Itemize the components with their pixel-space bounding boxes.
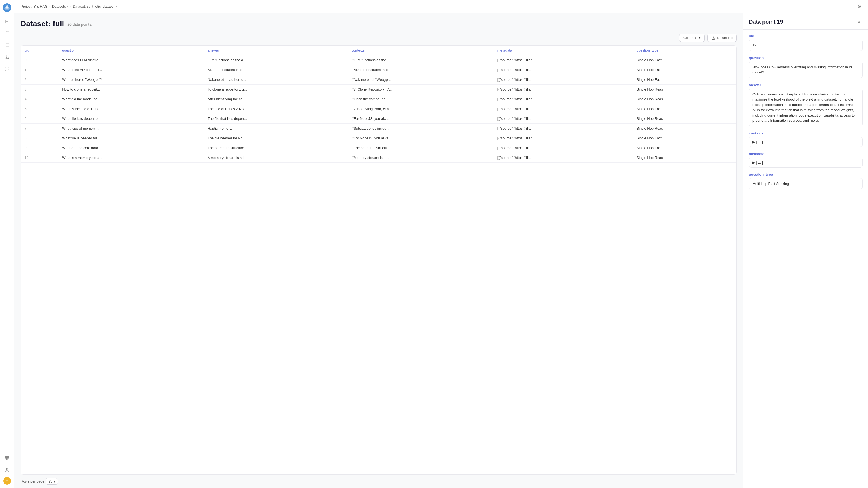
list-icon[interactable] xyxy=(2,40,12,50)
cell-contexts: ["\"Joon Sung Park, et a... xyxy=(348,104,494,114)
cell-uid: 7 xyxy=(21,124,58,133)
uid-label: uid xyxy=(749,34,863,38)
cell-question: What is a memory strea... xyxy=(58,153,204,163)
question-type-field: question_type Multi Hop Fact Seeking xyxy=(749,172,863,190)
cell-answer: The title of Park's 2023... xyxy=(204,104,348,114)
cell-metadata: [{"source":"https://lilian... xyxy=(494,85,633,94)
columns-button[interactable]: Columns ▾ xyxy=(679,34,705,42)
table-row[interactable]: 3How to clone a reposit...To clone a rep… xyxy=(21,85,737,94)
cell-contexts: ["For NodeJS, you alwa... xyxy=(348,133,494,143)
chat-icon[interactable] xyxy=(2,64,12,74)
uid-value: 19 xyxy=(749,40,863,51)
user-avatar[interactable]: Y xyxy=(3,477,11,485)
user-icon[interactable] xyxy=(2,465,12,475)
breadcrumb-dataset[interactable]: Dataset: synthetic_dataset ▾ xyxy=(73,4,117,8)
cell-contexts: ["7. Clone Repository: \"... xyxy=(348,85,494,94)
metadata-label: metadata xyxy=(749,152,863,156)
cell-question: What is the title of Park... xyxy=(58,104,204,114)
metadata-collapsed[interactable]: ▶ [ ... ] xyxy=(749,158,863,167)
breadcrumb-datasets[interactable]: Datasets ▾ xyxy=(52,4,68,8)
question-value: How does CoH address overfitting and mis… xyxy=(749,62,863,78)
cell-metadata: [{"source":"https://lilian... xyxy=(494,55,633,65)
download-button[interactable]: Download xyxy=(707,34,737,42)
breadcrumb: Project: Yi's RAG › Datasets ▾ › Dataset… xyxy=(21,4,117,8)
cell-question: What are the core data ... xyxy=(58,143,204,153)
uid-field: uid 19 xyxy=(749,34,863,51)
table-row[interactable]: 5What is the title of Park...The title o… xyxy=(21,104,737,114)
flask-icon[interactable] xyxy=(2,52,12,62)
cell-metadata: [{"source":"https://lilian... xyxy=(494,143,633,153)
home-icon[interactable]: ⊞ xyxy=(2,16,12,26)
table-row[interactable]: 10What is a memory strea...A memory stre… xyxy=(21,153,737,163)
rows-per-page-select[interactable]: 25 ▾ xyxy=(46,478,58,485)
cell-question_type: Single Hop Reas xyxy=(632,114,737,124)
table-row[interactable]: 6What file lists depende...The file that… xyxy=(21,114,737,124)
cell-question_type: Single Hop Fact xyxy=(632,65,737,75)
question-label: question xyxy=(749,56,863,60)
cell-question_type: Single Hop Fact xyxy=(632,75,737,85)
folder-icon[interactable] xyxy=(2,28,12,38)
table-row[interactable]: 1What does AD demonst...AD demonstrates … xyxy=(21,65,737,75)
col-question-type[interactable]: question_type xyxy=(632,45,737,55)
table-row[interactable]: 9What are the core data ...The core data… xyxy=(21,143,737,153)
breadcrumb-datasets-label: Datasets xyxy=(52,4,66,8)
table-row[interactable]: 8What file is needed for ...The file nee… xyxy=(21,133,737,143)
settings-icon[interactable]: ⚙ xyxy=(857,4,862,9)
cell-metadata: [{"source":"https://lilian... xyxy=(494,133,633,143)
data-table-wrapper[interactable]: uid question answer contexts metadata qu… xyxy=(21,45,737,475)
toolbar: Columns ▾ Download xyxy=(21,34,737,42)
cell-answer: After identifying the co... xyxy=(204,94,348,104)
cell-contexts: ["Subcategories includ... xyxy=(348,124,494,133)
rows-per-page-value: 25 xyxy=(48,479,52,483)
cell-contexts: ["Once the compound ... xyxy=(348,94,494,104)
answer-value: CoH addresses overfitting by adding a re… xyxy=(749,89,863,126)
cell-uid: 1 xyxy=(21,65,58,75)
table-row[interactable]: 7What type of memory i...Haptic memory.[… xyxy=(21,124,737,133)
breadcrumb-project-label: Project: Yi's RAG xyxy=(21,4,48,8)
table-row[interactable]: 4What did the model do ...After identify… xyxy=(21,94,737,104)
cell-question_type: Single Hop Fact xyxy=(632,143,737,153)
rows-per-page-label: Rows per page xyxy=(21,479,44,483)
cell-question: How to clone a reposit... xyxy=(58,85,204,94)
table-icon[interactable] xyxy=(2,453,12,463)
contexts-label: contexts xyxy=(749,131,863,135)
cell-uid: 6 xyxy=(21,114,58,124)
cell-question: Who authored "Webgpt"? xyxy=(58,75,204,85)
breadcrumb-project[interactable]: Project: Yi's RAG xyxy=(21,4,48,8)
answer-label: answer xyxy=(749,83,863,87)
table-header-row: uid question answer contexts metadata qu… xyxy=(21,45,737,55)
cell-metadata: [{"source":"https://lilian... xyxy=(494,153,633,163)
rows-select-chevron-icon: ▾ xyxy=(54,479,55,483)
detail-body: uid 19 question How does CoH address ove… xyxy=(744,30,868,488)
contexts-collapsed[interactable]: ▶ [ ... ] xyxy=(749,137,863,147)
cell-question: What file is needed for ... xyxy=(58,133,204,143)
cell-answer: Haptic memory. xyxy=(204,124,348,133)
col-answer[interactable]: answer xyxy=(204,45,348,55)
col-uid[interactable]: uid xyxy=(21,45,58,55)
cell-metadata: [{"source":"https://lilian... xyxy=(494,65,633,75)
cell-uid: 8 xyxy=(21,133,58,143)
detail-title: Data point 19 xyxy=(749,19,783,25)
page-title: Dataset: full xyxy=(21,20,64,28)
page-header: Dataset: full 20 data points, xyxy=(21,20,737,28)
svg-rect-10 xyxy=(5,456,9,460)
col-metadata[interactable]: metadata xyxy=(494,45,633,55)
close-button[interactable]: ✕ xyxy=(855,18,863,26)
datasets-chevron-icon: ▾ xyxy=(67,5,68,8)
app-logo[interactable] xyxy=(3,3,11,12)
cell-question: What does LLM functio... xyxy=(58,55,204,65)
svg-point-15 xyxy=(6,468,8,470)
table-row[interactable]: 2Who authored "Webgpt"?Nakano et al. aut… xyxy=(21,75,737,85)
breadcrumb-sep-2: › xyxy=(70,4,71,8)
col-question[interactable]: question xyxy=(58,45,204,55)
cell-metadata: [{"source":"https://lilian... xyxy=(494,124,633,133)
col-contexts[interactable]: contexts xyxy=(348,45,494,55)
cell-question_type: Single Hop Reas xyxy=(632,94,737,104)
cell-metadata: [{"source":"https://lilian... xyxy=(494,94,633,104)
cell-uid: 0 xyxy=(21,55,58,65)
detail-header: Data point 19 ✕ xyxy=(744,13,868,30)
cell-contexts: ["Nakano et al. "Webgp... xyxy=(348,75,494,85)
topbar-right: ⚙ xyxy=(857,3,862,9)
close-icon: ✕ xyxy=(857,19,861,24)
table-row[interactable]: 0What does LLM functio...LLM functions a… xyxy=(21,55,737,65)
